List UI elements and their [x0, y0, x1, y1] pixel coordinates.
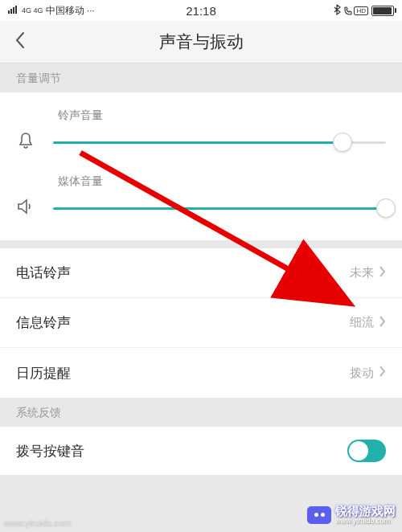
- back-button[interactable]: [0, 31, 40, 53]
- speaker-icon: [16, 197, 39, 219]
- section-header-volume: 音量调节: [0, 63, 402, 92]
- battery-icon: [371, 6, 394, 16]
- page-title: 声音与振动: [159, 31, 244, 53]
- status-right: HD: [334, 4, 394, 18]
- volume-panel: 铃声音量 媒体音量: [0, 92, 402, 240]
- ringtone-volume-slider[interactable]: [53, 141, 386, 144]
- calendar-alert-row[interactable]: 日历提醒 拨动: [0, 348, 402, 398]
- phone-ringtone-row[interactable]: 电话铃声 未来: [0, 248, 402, 298]
- media-volume-group: 媒体音量: [0, 168, 402, 234]
- media-volume-slider[interactable]: [53, 207, 386, 210]
- watermark-url: www.ytruido.com: [335, 518, 396, 526]
- carrier-name: 中国移动 ···: [46, 4, 95, 18]
- row-label: 电话铃声: [16, 264, 71, 282]
- status-time: 21:18: [186, 4, 216, 18]
- svg-rect-1: [10, 9, 12, 14]
- signal-icon: [8, 5, 19, 16]
- svg-rect-3: [15, 6, 17, 14]
- chevron-right-icon: [379, 265, 386, 281]
- row-value: 细流: [350, 315, 374, 330]
- row-value: 未来: [350, 265, 374, 280]
- message-ringtone-row[interactable]: 信息铃声 细流: [0, 298, 402, 348]
- section-header-feedback: 系统反馈: [0, 398, 402, 427]
- svg-rect-0: [8, 10, 10, 14]
- row-label: 信息铃声: [16, 313, 71, 332]
- row-label: 日历提醒: [16, 364, 71, 383]
- nav-header: 声音与振动: [0, 21, 402, 63]
- status-bar: 4G 4G 中国移动 ··· 21:18 HD: [0, 0, 402, 21]
- status-left: 4G 4G 中国移动 ···: [8, 4, 95, 18]
- chevron-right-icon: [379, 365, 386, 381]
- svg-rect-2: [13, 7, 14, 14]
- dialpad-tone-toggle[interactable]: [347, 440, 386, 462]
- watermark-url-bl: www.ytruido.com: [4, 518, 71, 528]
- bell-icon: [16, 131, 39, 153]
- ringtone-volume-label: 铃声音量: [58, 108, 386, 123]
- network-type: 4G 4G: [22, 7, 43, 14]
- watermark-logo: 锐得游戏网 www.ytruido.com: [307, 505, 396, 526]
- ringtone-volume-group: 铃声音量: [0, 102, 402, 168]
- ringtone-list: 电话铃声 未来 信息铃声 细流 日历提醒 拨动: [0, 248, 402, 398]
- gamepad-icon: [307, 506, 331, 524]
- media-volume-label: 媒体音量: [58, 174, 386, 189]
- dialpad-tone-row: 拨号按键音: [0, 427, 402, 475]
- slider-thumb[interactable]: [376, 198, 396, 218]
- slider-thumb[interactable]: [333, 133, 352, 152]
- watermark-text: 锐得游戏网: [335, 505, 396, 518]
- row-value: 拨动: [350, 366, 374, 381]
- bluetooth-icon: [334, 4, 341, 18]
- chevron-right-icon: [379, 315, 386, 331]
- row-label: 拨号按键音: [16, 442, 84, 460]
- volte-icon: HD: [344, 6, 368, 15]
